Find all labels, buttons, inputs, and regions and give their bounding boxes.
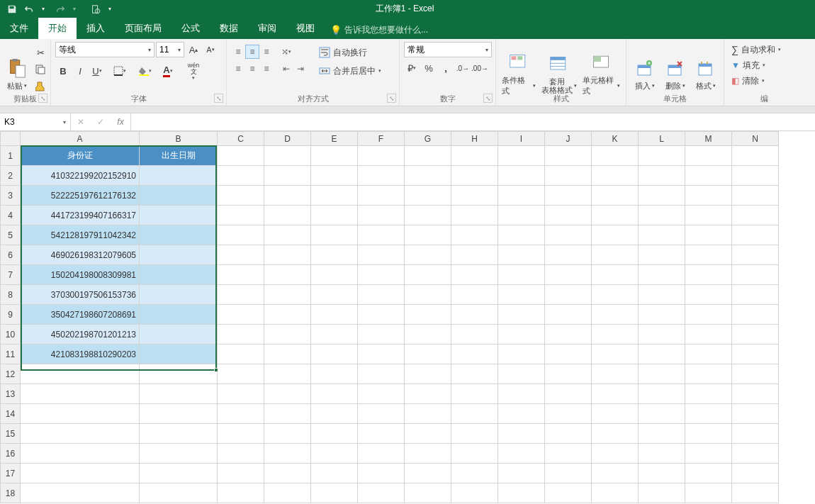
cell-A19[interactable] — [21, 503, 140, 504]
alignment-launcher[interactable]: ⤡ — [387, 94, 396, 103]
font-color-button[interactable]: A ▾ — [157, 63, 179, 79]
row-header-4[interactable]: 4 — [1, 206, 21, 225]
cell-G2[interactable] — [405, 166, 451, 186]
row-header-6[interactable]: 6 — [1, 245, 21, 265]
format-painter-button[interactable] — [33, 79, 48, 94]
cell-I16[interactable] — [498, 444, 545, 464]
increase-font-button[interactable]: A▴ — [186, 42, 201, 57]
cell-G16[interactable] — [405, 444, 451, 464]
cell-D1[interactable] — [264, 146, 311, 166]
cell-H11[interactable] — [451, 345, 498, 364]
cell-N14[interactable] — [732, 404, 779, 424]
cell-B16[interactable] — [140, 444, 218, 464]
cell-K13[interactable] — [592, 384, 639, 404]
cell-I18[interactable] — [498, 483, 545, 503]
cell-I7[interactable] — [498, 265, 545, 285]
column-header-C[interactable]: C — [218, 132, 264, 146]
cell-B5[interactable] — [140, 225, 218, 245]
cell-H13[interactable] — [451, 384, 498, 404]
cell-F1[interactable] — [358, 146, 405, 166]
cell-M18[interactable] — [685, 483, 732, 503]
cell-D18[interactable] — [264, 483, 311, 503]
cell-J4[interactable] — [545, 206, 592, 225]
cell-M5[interactable] — [685, 225, 732, 245]
cell-D9[interactable] — [264, 305, 311, 325]
cell-N19[interactable] — [732, 503, 779, 504]
cell-C19[interactable] — [218, 503, 264, 504]
cell-G10[interactable] — [405, 325, 451, 345]
cell-H10[interactable] — [451, 325, 498, 345]
column-header-G[interactable]: G — [405, 132, 451, 146]
merge-center-button[interactable]: 合并后居中 ▾ — [316, 63, 384, 79]
cell-E19[interactable] — [311, 503, 358, 504]
row-header-10[interactable]: 10 — [1, 325, 21, 345]
align-top-button[interactable]: ≡ — [231, 45, 245, 59]
cell-F11[interactable] — [358, 345, 405, 364]
cell-C5[interactable] — [218, 225, 264, 245]
cell-F10[interactable] — [358, 325, 405, 345]
cell-H15[interactable] — [451, 424, 498, 444]
cell-E5[interactable] — [311, 225, 358, 245]
increase-decimal-button[interactable]: .0→ — [455, 60, 471, 76]
row-header-3[interactable]: 3 — [1, 186, 21, 206]
cell-N6[interactable] — [732, 245, 779, 265]
column-header-L[interactable]: L — [639, 132, 685, 146]
cell-M1[interactable] — [685, 146, 732, 166]
row-header-12[interactable]: 12 — [1, 364, 21, 384]
cell-H16[interactable] — [451, 444, 498, 464]
cell-G17[interactable] — [405, 464, 451, 483]
cell-M9[interactable] — [685, 305, 732, 325]
column-header-M[interactable]: M — [685, 132, 732, 146]
row-header-17[interactable]: 17 — [1, 464, 21, 483]
cell-E4[interactable] — [311, 206, 358, 225]
cell-K2[interactable] — [592, 166, 639, 186]
cell-L17[interactable] — [639, 464, 685, 483]
cell-E13[interactable] — [311, 384, 358, 404]
cell-D8[interactable] — [264, 285, 311, 305]
wrap-text-button[interactable]: 自动换行 — [316, 45, 384, 60]
cell-E9[interactable] — [311, 305, 358, 325]
undo-icon[interactable] — [21, 1, 37, 17]
cell-K18[interactable] — [592, 483, 639, 503]
cell-N10[interactable] — [732, 325, 779, 345]
cell-A9[interactable]: 350427198607208691 — [21, 305, 140, 325]
tab-formulas[interactable]: 公式 — [172, 18, 210, 39]
clear-button[interactable]: ◧ 清除▾ — [729, 73, 799, 89]
cell-K6[interactable] — [592, 245, 639, 265]
cell-I4[interactable] — [498, 206, 545, 225]
cell-J6[interactable] — [545, 245, 592, 265]
column-header-D[interactable]: D — [264, 132, 311, 146]
cell-M15[interactable] — [685, 424, 732, 444]
cell-M13[interactable] — [685, 384, 732, 404]
cell-B3[interactable] — [140, 186, 218, 206]
cell-E11[interactable] — [311, 345, 358, 364]
cell-B13[interactable] — [140, 384, 218, 404]
cell-I13[interactable] — [498, 384, 545, 404]
phonetic-button[interactable]: wén文▾ — [186, 63, 201, 79]
cell-N13[interactable] — [732, 384, 779, 404]
cell-K4[interactable] — [592, 206, 639, 225]
autosum-button[interactable]: ∑ 自动求和 ▾ — [729, 42, 799, 57]
cell-F18[interactable] — [358, 483, 405, 503]
cell-K10[interactable] — [592, 325, 639, 345]
cell-M2[interactable] — [685, 166, 732, 186]
cell-L2[interactable] — [639, 166, 685, 186]
cell-D5[interactable] — [264, 225, 311, 245]
cell-L11[interactable] — [639, 345, 685, 364]
cell-L19[interactable] — [639, 503, 685, 504]
row-header-18[interactable]: 18 — [1, 483, 21, 503]
cell-C10[interactable] — [218, 325, 264, 345]
cell-H18[interactable] — [451, 483, 498, 503]
underline-button[interactable]: U ▾ — [89, 63, 105, 79]
cell-B15[interactable] — [140, 424, 218, 444]
cell-N7[interactable] — [732, 265, 779, 285]
print-preview-icon[interactable] — [88, 1, 103, 17]
cell-D15[interactable] — [264, 424, 311, 444]
cell-F15[interactable] — [358, 424, 405, 444]
cell-M12[interactable] — [685, 364, 732, 384]
cell-J19[interactable] — [545, 503, 592, 504]
cell-G15[interactable] — [405, 424, 451, 444]
cell-E18[interactable] — [311, 483, 358, 503]
cell-H2[interactable] — [451, 166, 498, 186]
cell-B11[interactable] — [140, 345, 218, 364]
